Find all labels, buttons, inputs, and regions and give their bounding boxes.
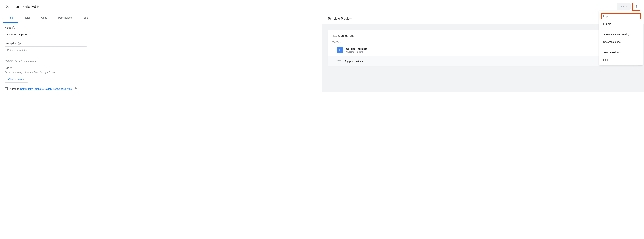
tag-type-icon: U (337, 47, 343, 53)
menu-item-advanced[interactable]: Show advanced settings (599, 31, 643, 38)
close-button[interactable] (4, 3, 11, 10)
icon-helper-text: Select only images that you have the rig… (5, 71, 317, 74)
svg-point-1 (636, 6, 636, 7)
tag-name: Untitled Template (346, 47, 367, 50)
tab-info[interactable]: Info (3, 13, 18, 23)
header-actions: Save (617, 3, 640, 10)
more-vert-icon (634, 5, 638, 9)
tag-subtype: Custom Template (346, 51, 367, 53)
menu-item-help[interactable]: Help (599, 56, 643, 64)
icon-field-group: Icon ? Select only images that you have … (5, 67, 317, 83)
tab-permissions[interactable]: Permissions (53, 13, 77, 23)
menu-item-export[interactable]: Export (599, 20, 643, 28)
tag-permissions-row[interactable]: Tag permissions (328, 56, 638, 66)
name-label: Name (5, 27, 11, 29)
terms-link[interactable]: Community Template Gallery Terms of Serv… (20, 87, 72, 90)
tab-tests[interactable]: Tests (77, 13, 94, 23)
tag-type-label: Tag Type (328, 41, 638, 44)
agree-row: Agree to Community Template Gallery Term… (5, 87, 317, 90)
menu-item-feedback[interactable]: Send Feedback (599, 49, 643, 56)
help-icon[interactable]: ? (74, 87, 76, 90)
tag-permissions-label: Tag permissions (344, 60, 363, 63)
help-icon[interactable]: ? (10, 67, 13, 69)
tab-fields[interactable]: Fields (18, 13, 36, 23)
menu-item-testpage[interactable]: Show test page (599, 38, 643, 46)
tag-row: U Untitled Template Custom Template (328, 46, 638, 56)
description-counter: 200/200 characters remaining (5, 60, 317, 63)
icon-label-row: Icon ? (5, 67, 317, 69)
key-icon (337, 59, 341, 63)
tag-info: Untitled Template Custom Template (346, 47, 367, 53)
icon-label: Icon (5, 67, 9, 69)
card-title: Tag Configuration (328, 34, 638, 38)
agree-prefix: Agree to (10, 87, 20, 90)
more-menu-button[interactable] (632, 3, 640, 10)
help-icon[interactable]: ? (18, 42, 20, 45)
more-menu-dropdown: Import Export Show advanced settings Sho… (599, 11, 643, 65)
tab-code[interactable]: Code (36, 13, 53, 23)
svg-point-0 (636, 5, 636, 6)
header-bar: Template Editor Save Import Export Show … (0, 0, 644, 13)
preview-body: Tag Configuration Tag Type U Untitled Te… (322, 24, 644, 92)
tab-bar: Info Fields Code Permissions Tests (0, 13, 322, 23)
help-icon[interactable]: ? (12, 27, 15, 29)
page-title: Template Editor (14, 4, 42, 9)
name-field-group: Name ? (5, 27, 317, 38)
body-split: Info Fields Code Permissions Tests Name … (0, 13, 644, 239)
name-input[interactable] (5, 31, 87, 38)
tag-config-card: Tag Configuration Tag Type U Untitled Te… (328, 30, 638, 66)
preview-title: Template Preview (322, 13, 644, 24)
description-input[interactable] (5, 47, 87, 58)
save-button[interactable]: Save (617, 3, 630, 10)
info-form: Name ? Description ? 200/200 characters … (0, 23, 322, 94)
name-label-row: Name ? (5, 27, 317, 29)
description-label: Description (5, 42, 16, 45)
agree-text: Agree to Community Template Gallery Term… (10, 87, 72, 90)
close-icon (6, 5, 9, 8)
description-field-group: Description ? 200/200 characters remaini… (5, 42, 317, 63)
svg-point-2 (636, 7, 636, 8)
editor-panel: Info Fields Code Permissions Tests Name … (0, 13, 322, 239)
choose-image-button[interactable]: Choose image (5, 76, 28, 83)
preview-panel: Template Preview Tag Configuration Tag T… (322, 13, 644, 239)
menu-item-import[interactable]: Import (599, 13, 643, 20)
agree-checkbox[interactable] (5, 87, 8, 90)
description-label-row: Description ? (5, 42, 317, 45)
